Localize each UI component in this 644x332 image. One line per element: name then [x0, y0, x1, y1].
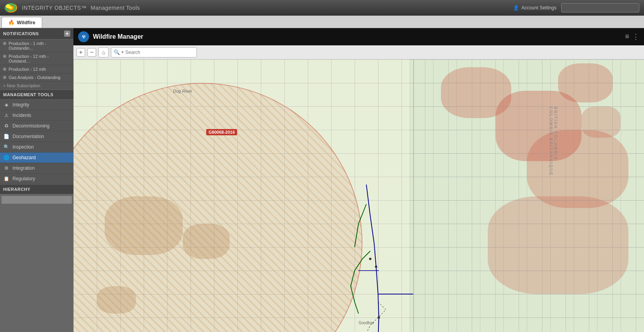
app-title: INTEGRITY OBJECTS™ Management Tools [22, 5, 508, 11]
main-layout: NOTIFICATIONS + Production - 1 mth - Out… [0, 28, 644, 332]
home-icon: ⌂ [102, 49, 105, 56]
management-tools-header: MANAGEMENT TOOLS [0, 90, 73, 100]
home-button[interactable]: ⌂ [98, 47, 109, 57]
svg-text:☢: ☢ [82, 34, 86, 39]
location-label-goodlow: Goodlow [359, 321, 374, 325]
location-label-dog-river: Dog River [173, 89, 192, 93]
sidebar-item-integration[interactable]: ⚙ Integration [0, 163, 73, 174]
sidebar-item-regulatory[interactable]: 📋 Regulatory [0, 174, 73, 184]
wildfire-manager-header: ☢ Wildfire Manager ≡ ⋮ [73, 28, 644, 45]
zoom-in-button[interactable]: + [77, 48, 85, 57]
integrity-icon: ◈ [3, 102, 9, 108]
map-toolbar: + − ⌂ 🔍 ▾ [73, 45, 644, 59]
tab-bar: 🔥 Wildfire [0, 16, 644, 28]
sidebar-item-decommissioning[interactable]: ♻ Decommissioning [0, 121, 73, 131]
notification-bullet [3, 76, 6, 79]
geohazard-icon: 🌐 [3, 154, 9, 161]
global-search-input[interactable] [561, 3, 639, 13]
sidebar-item-integrity[interactable]: ◈ Integrity [0, 100, 73, 110]
province-label: BRITISH COLUMBIACOLOMBIE·BRITANNIQUE [549, 106, 558, 176]
decommissioning-icon: ♻ [3, 123, 9, 129]
wildfire-manager-title: Wildfire Manager [93, 33, 621, 40]
sidebar: NOTIFICATIONS + Production - 1 mth - Out… [0, 28, 73, 332]
notification-item-4[interactable]: Gas Analysis - Outstanding [0, 74, 73, 82]
user-icon: 👤 [513, 5, 519, 11]
incidents-icon: ⚠ [3, 112, 9, 118]
notification-bullet [3, 42, 6, 45]
terrain-patch-2 [183, 224, 230, 259]
new-subscription-button[interactable]: + New Subscription [0, 82, 73, 90]
add-notification-button[interactable]: + [64, 31, 70, 37]
content-area: ☢ Wildfire Manager ≡ ⋮ + − ⌂ 🔍 ▾ [73, 28, 644, 332]
app-header: INTEGRITY OBJECTS™ Management Tools 👤 Ac… [0, 0, 644, 16]
sidebar-item-geohazard[interactable]: 🌐 Geohazard [0, 153, 73, 163]
map-area[interactable]: BRITISH COLUMBIACOLOMBIE·BRITANNIQUE G80… [73, 59, 644, 332]
hierarchy-content [0, 194, 73, 332]
notification-item-3[interactable]: Production - 12 mth [0, 65, 73, 74]
regulatory-icon: 📋 [3, 176, 9, 182]
notification-bullet [3, 68, 6, 71]
sidebar-item-documentation[interactable]: 📄 Documentation [0, 131, 73, 142]
app-logo [5, 3, 17, 13]
terrain-patch-3 [97, 286, 136, 314]
account-settings-button[interactable]: 👤 Account Settings [513, 5, 557, 11]
tab-wildfire[interactable]: 🔥 Wildfire [2, 17, 42, 28]
menu-icon[interactable]: ⋮ [632, 32, 639, 41]
fire-incident-label[interactable]: G80068-2016 [206, 129, 237, 135]
search-caret-icon: ▾ [121, 50, 124, 55]
notification-item-1[interactable]: Production - 1 mth - Outstandin... [0, 39, 73, 52]
integration-icon: ⚙ [3, 165, 9, 171]
sidebar-item-inspection[interactable]: 🔍 Inspection [0, 142, 73, 153]
inspection-icon: 🔍 [3, 144, 9, 150]
hierarchy-section-header: HIERARCHY [0, 184, 73, 194]
zoom-out-button[interactable]: − [87, 48, 96, 57]
wildfire-tab-icon: 🔥 [8, 20, 14, 25]
wildfire-manager-icon: ☢ [78, 31, 89, 42]
list-view-icon[interactable]: ≡ [625, 32, 629, 41]
search-icon: 🔍 [114, 49, 120, 55]
map-search-input[interactable] [125, 50, 194, 55]
notification-bullet [3, 55, 6, 58]
notifications-section-header: NOTIFICATIONS + [0, 28, 73, 39]
documentation-icon: 📄 [3, 133, 9, 140]
map-search-box[interactable]: 🔍 ▾ [111, 47, 197, 57]
terrain-patch-1 [105, 196, 183, 255]
svg-point-2 [10, 7, 12, 9]
notification-item-2[interactable]: Production - 12 mth - Outstand... [0, 52, 73, 65]
wildfire-manager-menu-icons: ≡ ⋮ [625, 32, 639, 41]
hierarchy-bar [2, 196, 72, 204]
sidebar-item-incidents[interactable]: ⚠ Incidents [0, 110, 73, 121]
